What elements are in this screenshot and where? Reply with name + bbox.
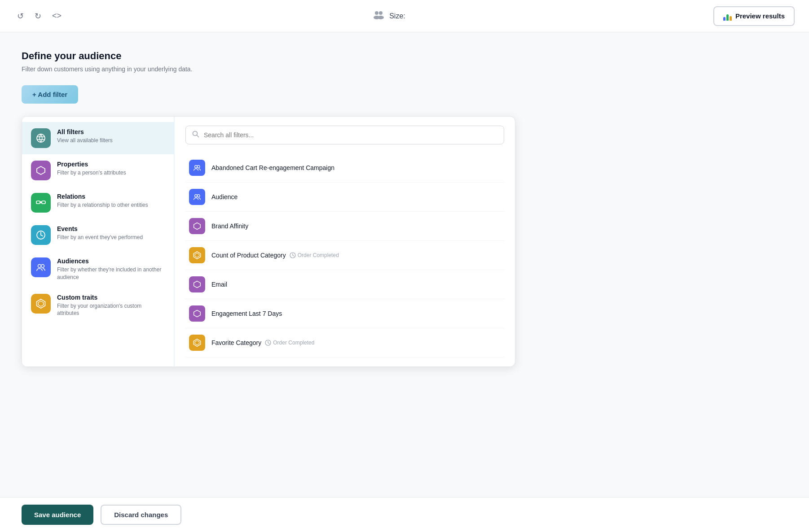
- topbar-center: Size:: [372, 10, 405, 22]
- svg-point-0: [375, 11, 378, 15]
- relations-text: RelationsFilter by a relationship to oth…: [57, 193, 148, 209]
- events-text: EventsFilter by an event they've perform…: [57, 225, 143, 241]
- undo-button[interactable]: ↺: [14, 9, 26, 23]
- svg-marker-13: [37, 299, 45, 308]
- svg-point-11: [38, 265, 41, 268]
- search-box: [185, 126, 504, 144]
- search-icon: [192, 131, 199, 140]
- sidebar-item-custom[interactable]: Custom traitsFilter by your organization…: [22, 288, 174, 324]
- result-item-4[interactable]: Email: [185, 270, 504, 299]
- events-icon: [31, 225, 51, 245]
- result-row-6: Favorite Category Order Completed: [211, 339, 314, 346]
- results-list: Abandoned Cart Re-engagement CampaignAud…: [185, 153, 504, 358]
- main-content: Define your audience Filter down custome…: [0, 32, 629, 385]
- save-audience-button[interactable]: Save audience: [22, 505, 93, 525]
- page-subtitle: Filter down customers using anything in …: [22, 65, 607, 73]
- audiences-text: AudiencesFilter by whether they're inclu…: [57, 257, 165, 281]
- result-label-6: Favorite Category: [211, 339, 261, 346]
- events-label: Events: [57, 225, 143, 232]
- custom-sublabel: Filter by your organization's custom att…: [57, 302, 165, 318]
- result-icon-5: [189, 305, 205, 322]
- svg-marker-27: [193, 339, 201, 346]
- svg-point-20: [197, 195, 200, 197]
- filter-sidebar: All filtersView all available filtersPro…: [22, 117, 175, 366]
- svg-point-17: [195, 166, 198, 168]
- sidebar-item-audiences[interactable]: AudiencesFilter by whether they're inclu…: [22, 251, 174, 288]
- result-item-6[interactable]: Favorite Category Order Completed: [185, 328, 504, 358]
- svg-line-16: [197, 135, 199, 137]
- svg-marker-7: [37, 166, 45, 174]
- audiences-label: Audiences: [57, 257, 165, 265]
- result-icon-6: [189, 335, 205, 351]
- preview-results-button[interactable]: Preview results: [713, 6, 795, 26]
- custom-text: Custom traitsFilter by your organization…: [57, 294, 165, 318]
- custom-icon: [31, 294, 51, 314]
- svg-rect-9: [42, 201, 45, 204]
- size-label: Size:: [389, 12, 405, 20]
- add-filter-button[interactable]: + Add filter: [22, 85, 78, 104]
- audience-size-icon: [372, 10, 385, 22]
- redo-button[interactable]: ↻: [32, 9, 44, 23]
- svg-marker-14: [38, 301, 44, 306]
- properties-label: Properties: [57, 161, 126, 168]
- result-label-0: Abandoned Cart Re-engagement Campaign: [211, 164, 334, 171]
- result-label-3: Count of Product Category: [211, 252, 286, 259]
- result-item-2[interactable]: Brand Affinity: [185, 212, 504, 241]
- filter-results-panel: Abandoned Cart Re-engagement CampaignAud…: [175, 117, 515, 366]
- properties-icon: [31, 161, 51, 180]
- result-icon-3: [189, 247, 205, 263]
- relations-sublabel: Filter by a relationship to other entiti…: [57, 201, 148, 209]
- result-row-4: Email: [211, 281, 227, 288]
- topbar: ↺ ↻ <> Size: Preview results: [0, 0, 809, 32]
- audiences-sublabel: Filter by whether they're included in an…: [57, 266, 165, 281]
- result-item-1[interactable]: Audience: [185, 183, 504, 212]
- sidebar-item-all[interactable]: All filtersView all available filters: [22, 122, 174, 154]
- discard-changes-button[interactable]: Discard changes: [101, 505, 181, 525]
- all-label: All filters: [57, 128, 113, 135]
- result-sublabel-6: Order Completed: [265, 340, 314, 346]
- svg-marker-23: [195, 253, 199, 257]
- search-input[interactable]: [204, 131, 497, 139]
- svg-point-1: [379, 11, 383, 15]
- result-label-4: Email: [211, 281, 227, 288]
- svg-marker-22: [193, 252, 201, 259]
- all-sublabel: View all available filters: [57, 137, 113, 144]
- result-item-5[interactable]: Engagement Last 7 Days: [185, 299, 504, 328]
- events-sublabel: Filter by an event they've performed: [57, 234, 143, 241]
- svg-marker-25: [194, 281, 201, 288]
- filter-dropdown-panel: All filtersView all available filtersPro…: [22, 116, 515, 367]
- bottom-bar: Save audience Discard changes: [0, 497, 809, 532]
- bar-chart-icon: [723, 12, 732, 21]
- result-label-2: Brand Affinity: [211, 222, 248, 230]
- result-row-0: Abandoned Cart Re-engagement Campaign: [211, 164, 334, 171]
- svg-point-18: [197, 166, 200, 168]
- result-item-0[interactable]: Abandoned Cart Re-engagement Campaign: [185, 153, 504, 183]
- result-sublabel-3: Order Completed: [290, 252, 339, 258]
- properties-sublabel: Filter by a person's attributes: [57, 169, 126, 177]
- result-row-3: Count of Product Category Order Complete…: [211, 252, 339, 259]
- result-icon-1: [189, 189, 205, 205]
- code-toggle-button[interactable]: <>: [49, 9, 64, 22]
- result-label-1: Audience: [211, 193, 237, 201]
- sidebar-item-properties[interactable]: PropertiesFilter by a person's attribute…: [22, 154, 174, 187]
- preview-label: Preview results: [735, 12, 785, 20]
- result-row-1: Audience: [211, 193, 237, 201]
- topbar-left: ↺ ↻ <>: [14, 9, 64, 23]
- sidebar-item-relations[interactable]: RelationsFilter by a relationship to oth…: [22, 187, 174, 219]
- custom-label: Custom traits: [57, 294, 165, 301]
- page-title: Define your audience: [22, 50, 607, 62]
- result-icon-0: [189, 160, 205, 176]
- svg-point-3: [378, 16, 384, 19]
- svg-point-4: [37, 134, 45, 142]
- svg-point-12: [41, 265, 44, 268]
- result-row-2: Brand Affinity: [211, 222, 248, 230]
- relations-label: Relations: [57, 193, 148, 200]
- result-icon-2: [189, 218, 205, 234]
- svg-marker-21: [194, 223, 201, 230]
- sidebar-item-events[interactable]: EventsFilter by an event they've perform…: [22, 219, 174, 251]
- result-item-3[interactable]: Count of Product Category Order Complete…: [185, 241, 504, 270]
- properties-text: PropertiesFilter by a person's attribute…: [57, 161, 126, 177]
- result-row-5: Engagement Last 7 Days: [211, 310, 282, 317]
- svg-point-19: [195, 195, 198, 197]
- svg-rect-8: [36, 201, 40, 204]
